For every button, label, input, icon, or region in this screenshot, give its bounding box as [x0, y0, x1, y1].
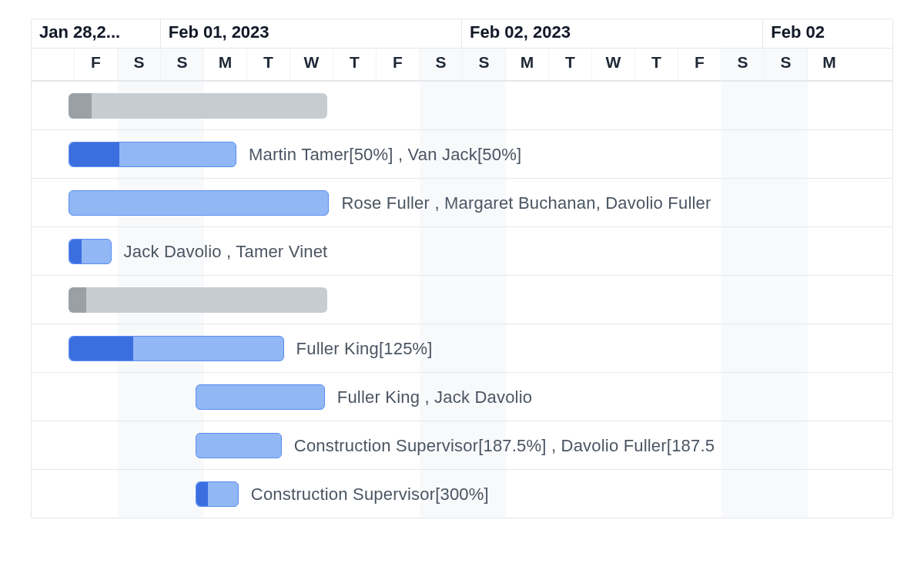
- gantt-rows: Martin Tamer[50%] , Van Jack[50%]Rose Fu…: [32, 81, 892, 518]
- timeline-major-cell: Feb 02: [763, 19, 892, 48]
- gantt-task-label: Fuller King[125%]: [296, 339, 433, 359]
- timeline-day-cell: S: [161, 49, 204, 80]
- gantt-progress: [69, 240, 82, 263]
- gantt-task-bar[interactable]: [69, 190, 330, 216]
- gantt-task-bar[interactable]: [69, 336, 284, 361]
- timeline-day-cell: F: [377, 49, 420, 80]
- timeline-header-minor: FSSMTWTFSSMTWTFSSM: [32, 49, 892, 81]
- gantt-task-label: Fuller King , Jack Davolio: [337, 387, 532, 407]
- gantt-row: [32, 275, 892, 324]
- timeline-day-cell: W: [290, 49, 333, 80]
- timeline-day-cell: T: [333, 49, 377, 80]
- gantt-progress: [196, 482, 208, 506]
- gantt-progress: [69, 93, 92, 119]
- gantt-summary-bar[interactable]: [69, 287, 327, 313]
- gantt-row: Martin Tamer[50%] , Van Jack[50%]: [32, 129, 892, 178]
- timeline-day-cell: S: [463, 49, 506, 80]
- timeline-day-cell: T: [635, 49, 678, 80]
- timeline-day-cell: F: [75, 49, 118, 80]
- gantt-row: Fuller King[125%]: [32, 324, 892, 372]
- timeline-day-cell: S: [721, 49, 765, 80]
- gantt-task-label: Construction Supervisor[300%]: [251, 484, 489, 505]
- gantt-progress: [69, 337, 133, 360]
- timeline-day-cell: T: [549, 49, 592, 80]
- gantt-task-bar[interactable]: [196, 481, 239, 507]
- timeline-day-cell: W: [592, 49, 635, 80]
- gantt-task-bar[interactable]: [196, 384, 325, 410]
- timeline-day-cell: S: [420, 49, 463, 80]
- gantt-task-bar[interactable]: [69, 142, 236, 167]
- gantt-row: Construction Supervisor[187.5%] , Davoli…: [32, 421, 892, 469]
- gantt-row: Rose Fuller , Margaret Buchanan, Davolio…: [32, 178, 892, 226]
- gantt-row: [32, 81, 892, 129]
- timeline-day-cell: T: [247, 49, 290, 80]
- gantt-task-label: Martin Tamer[50%] , Van Jack[50%]: [249, 145, 521, 165]
- gantt-row: Construction Supervisor[300%]: [32, 469, 892, 518]
- gantt-task-bar[interactable]: [69, 239, 112, 264]
- gantt-progress: [69, 287, 87, 313]
- timeline-day-cell: M: [808, 49, 851, 80]
- gantt-task-label: Jack Davolio , Tamer Vinet: [124, 242, 328, 262]
- gantt-row: Jack Davolio , Tamer Vinet: [32, 226, 892, 275]
- timeline-day-cell: [32, 49, 75, 80]
- timeline-day-cell: S: [118, 49, 161, 80]
- gantt-chart[interactable]: Jan 28,2...Feb 01, 2023Feb 02, 2023Feb 0…: [31, 18, 893, 518]
- gantt-task-label: Rose Fuller , Margaret Buchanan, Davolio…: [341, 193, 711, 213]
- timeline-header-major: Jan 28,2...Feb 01, 2023Feb 02, 2023Feb 0…: [32, 19, 892, 49]
- gantt-progress: [69, 142, 119, 166]
- gantt-summary-bar[interactable]: [69, 93, 327, 119]
- timeline-day-cell: F: [678, 49, 721, 80]
- gantt-row: Fuller King , Jack Davolio: [32, 372, 892, 421]
- gantt-task-label: Construction Supervisor[187.5%] , Davoli…: [294, 436, 715, 456]
- timeline-day-cell: S: [765, 49, 808, 80]
- timeline-major-cell: Feb 01, 2023: [161, 19, 462, 48]
- timeline-day-cell: M: [506, 49, 549, 80]
- gantt-task-bar[interactable]: [196, 433, 282, 458]
- timeline-major-cell: Feb 02, 2023: [462, 19, 763, 48]
- timeline-day-cell: M: [204, 49, 247, 80]
- timeline-major-cell: Jan 28,2...: [32, 19, 161, 48]
